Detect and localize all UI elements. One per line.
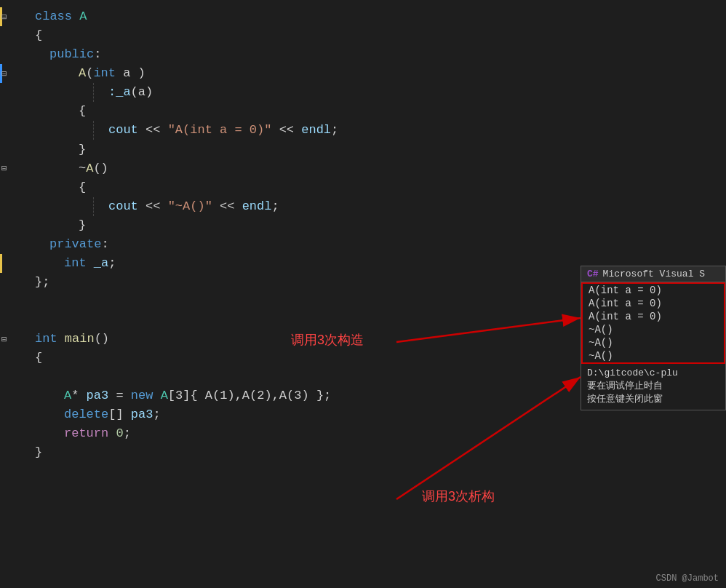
svg-line-2 bbox=[396, 318, 581, 342]
annotation-destructor: 调用3次析构 bbox=[422, 488, 495, 505]
svg-line-3 bbox=[396, 377, 581, 499]
annotation-svg bbox=[0, 0, 726, 588]
annotation-constructor: 调用3次构造 bbox=[291, 331, 364, 349]
csdn-watermark: CSDN @Jambot bbox=[656, 573, 719, 584]
code-editor: ⊟ class A { public: ⊟ A(int a ) :_a(a) bbox=[0, 0, 726, 588]
